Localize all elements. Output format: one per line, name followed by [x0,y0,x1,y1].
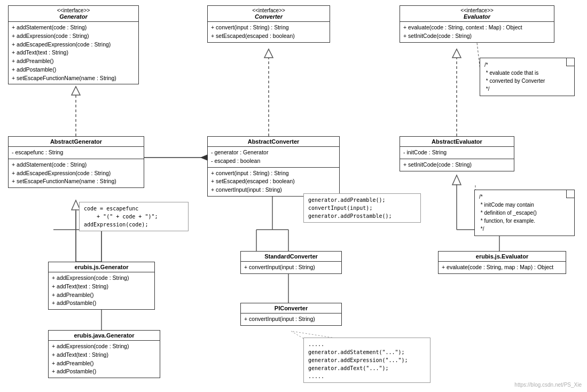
abstract-generator-header: AbstractGenerator [9,137,144,147]
svg-marker-20 [452,175,461,185]
note-evaluate-code: /* * evaluate code that is * converted b… [480,58,575,96]
pi-converter-box: PIConverter + convertInput(input : Strin… [240,303,342,326]
standard-converter-methods: + convertInput(input : String) [241,262,341,273]
standard-converter-header: StandardConverter [241,252,341,262]
abstract-evaluator-box: AbstractEvaluator - initCode : String + … [400,136,514,171]
evaluator-stereotype: <<interface>> [403,7,551,13]
pi-converter-header: PIConverter [241,303,341,313]
converter-classname: Converter [211,13,326,20]
erubis-java-generator-classname: erubis.java.Generator [52,332,156,339]
erubis-js-evaluator-header: erubis.js.Evaluator [439,252,566,262]
svg-marker-5 [452,49,461,58]
erubis-java-generator-header: erubis.java.Generator [49,331,160,341]
converter-stereotype: <<interface>> [211,7,326,13]
pi-converter-classname: PIConverter [244,305,338,311]
converter-methods: + convert(input : String) : String + set… [208,22,330,42]
converter-interface-header: <<interface>> Converter [208,6,330,22]
converter-interface-box: <<interface>> Converter + convert(input … [207,5,330,43]
abstract-generator-fields: - escapefunc : String [9,147,144,159]
erubis-js-evaluator-methods: + evaluate(code : String, map : Map) : O… [439,262,566,273]
erubis-js-generator-box: erubis.js.Generator + addExpression(code… [48,262,155,310]
svg-line-30 [291,331,304,339]
generator-stereotype: <<interface>> [12,7,135,13]
erubis-js-generator-header: erubis.js.Generator [49,262,154,272]
abstract-converter-fields: - generator : Generator - escaped : bool… [208,147,339,168]
erubis-js-generator-methods: + addExpression(code : String) + addText… [49,272,154,309]
abstract-evaluator-header: AbstractEvaluator [400,137,514,147]
generator-interface-header: <<interface>> Generator [9,6,138,22]
generator-classname: Generator [12,13,135,20]
abstract-evaluator-classname: AbstractEvaluator [403,138,511,145]
svg-marker-1 [72,87,80,95]
evaluator-methods: + evaluate(code : String, context : Map)… [400,22,554,42]
erubis-js-evaluator-box: erubis.js.Evaluator + evaluate(code : St… [438,251,566,274]
abstract-evaluator-fields: - initCode : String [400,147,514,159]
watermark: https://blog.csdn.net/PS_Xie [514,382,582,388]
diagram-container: <<interface>> Generator + addStatement(c… [0,0,587,392]
evaluator-interface-header: <<interface>> Evaluator [400,6,554,22]
generator-interface-box: <<interface>> Generator + addStatement(c… [8,5,139,84]
erubis-js-generator-classname: erubis.js.Generator [52,264,151,270]
standard-converter-classname: StandardConverter [244,253,338,260]
abstract-generator-methods: + addStatement(code : String) + addEscap… [9,159,144,187]
abstract-generator-classname: AbstractGenerator [12,138,140,145]
abstract-converter-box: AbstractConverter - generator : Generato… [207,136,340,197]
erubis-java-generator-box: erubis.java.Generator + addExpression(co… [48,330,160,378]
erubis-java-generator-methods: + addExpression(code : String) + addText… [49,341,160,378]
erubis-js-evaluator-classname: erubis.js.Evaluator [442,253,562,260]
abstract-converter-header: AbstractConverter [208,137,339,147]
code-escapefunc: code = escapefunc + "(" + code + ")"; ad… [79,202,189,231]
evaluator-interface-box: <<interface>> Evaluator + evaluate(code … [400,5,554,43]
evaluator-classname: Evaluator [403,13,551,20]
pi-converter-methods: + convertInput(input : String) [241,313,341,325]
standard-converter-box: StandardConverter + convertInput(input :… [240,251,342,274]
abstract-generator-box: AbstractGenerator - escapefunc : String … [8,136,144,188]
code-addstatement: ..... generator.addStatement("..."); gen… [303,338,431,383]
abstract-converter-methods: + convert(input : String) : String + set… [208,168,339,196]
note-initcode: /* * initCode may contain * definition o… [474,190,575,236]
abstract-evaluator-methods: + setInitCode(code : String) [400,159,514,171]
svg-marker-3 [264,49,273,58]
code-addpreamble: generator.addPreamble(); convertInput(in… [303,193,421,223]
abstract-converter-classname: AbstractConverter [211,138,336,145]
generator-methods: + addStatement(code : String) + addExpre… [9,22,138,84]
